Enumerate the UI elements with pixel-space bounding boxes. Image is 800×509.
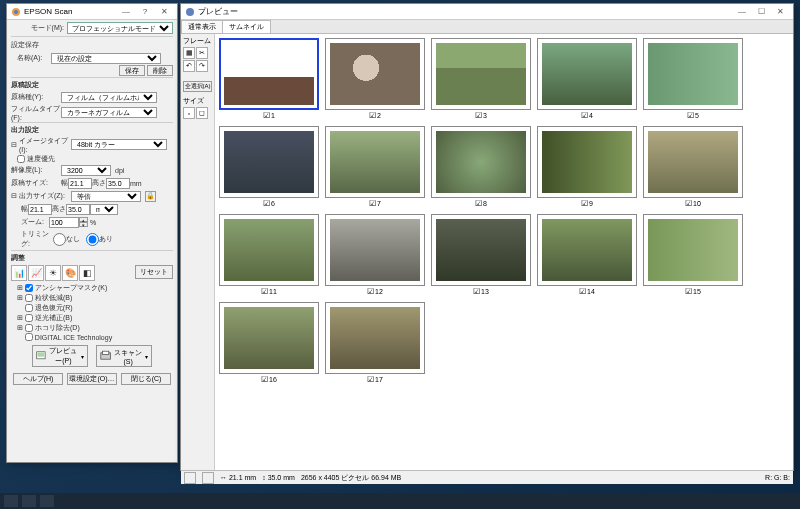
thumbnail-15[interactable]: 15	[643, 214, 743, 296]
settings-delete-button[interactable]: 削除	[147, 65, 173, 76]
thumbnail-frame[interactable]	[219, 126, 319, 198]
status-tool-1-icon[interactable]	[184, 472, 196, 484]
dropdown-arrow-icon[interactable]: ▾	[81, 353, 84, 360]
adjust-checkbox[interactable]	[25, 284, 33, 292]
image-type-select[interactable]: 48bit カラー	[71, 139, 167, 150]
size-large-icon[interactable]: ◻	[196, 107, 208, 119]
adjust-checkbox[interactable]	[25, 304, 33, 312]
status-tool-2-icon[interactable]	[202, 472, 214, 484]
rotate-right-icon[interactable]: ↷	[196, 60, 208, 72]
thumbnail-17[interactable]: 17	[325, 302, 425, 384]
thumbnail-image	[542, 219, 632, 281]
speed-priority-checkbox[interactable]	[17, 155, 25, 163]
thumbnail-frame[interactable]	[431, 214, 531, 286]
thumbnail-frame[interactable]	[537, 214, 637, 286]
adjust-checkbox[interactable]	[25, 333, 33, 341]
thumbnail-3[interactable]: 3	[431, 38, 531, 120]
close-main-button[interactable]: 閉じる(C)	[121, 373, 171, 385]
help-button[interactable]: ヘルプ(H)	[13, 373, 63, 385]
thumbnail-13[interactable]: 13	[431, 214, 531, 296]
film-type-select[interactable]: カラーネガフィルム	[61, 107, 157, 118]
thumbnail-16[interactable]: 16	[219, 302, 319, 384]
rotate-left-icon[interactable]: ↶	[183, 60, 195, 72]
zoom-down[interactable]: ▾	[79, 222, 88, 227]
image-type-row[interactable]: イメージタイプ(I): 48bit カラー	[11, 136, 173, 153]
thumbnail-frame[interactable]	[219, 38, 319, 110]
output-size-row[interactable]: 出力サイズ(Z): 等倍 🔒	[11, 190, 173, 202]
size-small-icon[interactable]: ▫	[183, 107, 195, 119]
tab-normal[interactable]: 通常表示	[181, 20, 223, 33]
thumbnail-frame[interactable]	[537, 126, 637, 198]
thumbnail-frame[interactable]	[431, 126, 531, 198]
scan-button[interactable]: スキャン(S)▾	[96, 345, 152, 367]
adjust-checkbox[interactable]	[25, 314, 33, 322]
thumbnail-11[interactable]: 11	[219, 214, 319, 296]
thumbnail-frame[interactable]	[537, 38, 637, 110]
thumbnail-14[interactable]: 14	[537, 214, 637, 296]
color-balance-icon[interactable]: ◧	[79, 265, 95, 281]
settings-save-button[interactable]: 保存	[119, 65, 145, 76]
thumbnail-2[interactable]: 2	[325, 38, 425, 120]
out-unit-select[interactable]: mm	[90, 204, 118, 215]
settings-name-select[interactable]: 現在の設定	[51, 53, 161, 64]
trimming-none-radio[interactable]	[53, 233, 66, 246]
preview-minimize-button[interactable]: —	[733, 6, 751, 18]
taskbar-item[interactable]	[40, 495, 54, 507]
close-button[interactable]: ✕	[155, 6, 173, 18]
reset-button[interactable]: リセット	[135, 265, 173, 279]
preview-titlebar[interactable]: プレビュー — ☐ ✕	[181, 4, 793, 20]
histogram-icon[interactable]: 📊	[11, 265, 27, 281]
thumbnail-9[interactable]: 9	[537, 126, 637, 208]
original-type-select[interactable]: フィルム（フィルムホルダー使用）	[61, 92, 157, 103]
brightness-icon[interactable]: ☀	[45, 265, 61, 281]
minimize-button[interactable]: —	[117, 6, 135, 18]
output-size-select[interactable]: 等倍	[71, 191, 141, 202]
adjust-checkbox[interactable]	[25, 294, 33, 302]
out-width-input[interactable]	[28, 204, 52, 215]
thumbnail-4[interactable]: 4	[537, 38, 637, 120]
thumbnail-area[interactable]: 1234567891011121314151617	[215, 34, 793, 470]
zoom-input[interactable]	[49, 217, 79, 228]
thumbnail-12[interactable]: 12	[325, 214, 425, 296]
thumbnail-1[interactable]: 1	[219, 38, 319, 120]
frame-tool-1-icon[interactable]: ▦	[183, 47, 195, 59]
taskbar-item[interactable]	[22, 495, 36, 507]
thumbnail-frame[interactable]	[219, 214, 319, 286]
thumbnail-frame[interactable]	[325, 214, 425, 286]
thumbnail-frame[interactable]	[325, 38, 425, 110]
main-titlebar[interactable]: EPSON Scan — ? ✕	[7, 4, 177, 20]
original-type-label: 原稿種(Y):	[11, 92, 61, 102]
thumbnail-frame[interactable]	[325, 126, 425, 198]
trimming-yes-radio[interactable]	[86, 233, 99, 246]
thumbnail-8[interactable]: 8	[431, 126, 531, 208]
thumbnail-frame[interactable]	[219, 302, 319, 374]
thumbnail-frame[interactable]	[643, 38, 743, 110]
svg-rect-5	[102, 351, 108, 354]
thumbnail-7[interactable]: 7	[325, 126, 425, 208]
thumbnail-frame[interactable]	[325, 302, 425, 374]
frame-tool-2-icon[interactable]: ✂	[196, 47, 208, 59]
environment-button[interactable]: 環境設定(O)…	[67, 373, 117, 385]
out-height-input[interactable]	[66, 204, 90, 215]
thumbnail-frame[interactable]	[431, 38, 531, 110]
thumbnail-5[interactable]: 5	[643, 38, 743, 120]
taskbar-start[interactable]	[4, 495, 18, 507]
resolution-select[interactable]: 3200	[61, 165, 111, 176]
help-titlebar-button[interactable]: ?	[136, 6, 154, 18]
thumbnail-frame[interactable]	[643, 126, 743, 198]
preview-button[interactable]: プレビュー(P)▾	[32, 345, 88, 367]
color-palette-icon[interactable]: 🎨	[62, 265, 78, 281]
preview-close-button[interactable]: ✕	[771, 6, 789, 18]
tab-thumbnail[interactable]: サムネイル	[222, 20, 271, 33]
thumbnail-10[interactable]: 10	[643, 126, 743, 208]
windows-taskbar[interactable]	[0, 493, 800, 509]
lock-aspect-icon[interactable]: 🔒	[145, 191, 156, 202]
select-all-button[interactable]: 全選択(A)	[183, 81, 212, 92]
adjust-checkbox[interactable]	[25, 324, 33, 332]
preview-maximize-button[interactable]: ☐	[752, 6, 770, 18]
thumbnail-6[interactable]: 6	[219, 126, 319, 208]
curves-icon[interactable]: 📈	[28, 265, 44, 281]
mode-select[interactable]: プロフェッショナルモード	[67, 22, 173, 34]
dropdown-arrow-icon[interactable]: ▾	[145, 353, 148, 360]
thumbnail-frame[interactable]	[643, 214, 743, 286]
